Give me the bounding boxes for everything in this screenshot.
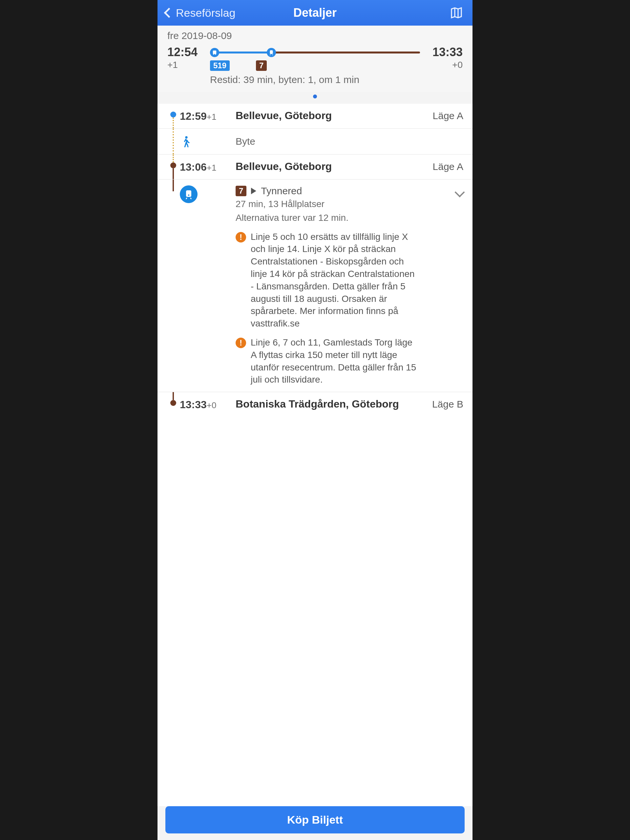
- stop-node-icon: [170, 163, 176, 168]
- service-alert[interactable]: ! Linje 5 och 10 ersätts av tillfällig l…: [235, 231, 417, 330]
- transfer-label: Byte: [235, 136, 255, 147]
- svg-point-1: [213, 54, 214, 55]
- map-icon: [448, 6, 465, 19]
- buy-ticket-button[interactable]: Köp Biljett: [165, 806, 465, 834]
- chevron-left-icon: [164, 8, 174, 18]
- stop-time: 13:06+1: [180, 161, 235, 173]
- stop-position: Läge B: [421, 398, 463, 411]
- back-label: Reseförslag: [176, 6, 235, 19]
- svg-point-5: [185, 136, 187, 139]
- tram-icon: [267, 48, 276, 57]
- arrival-delay: +0: [423, 60, 463, 70]
- bus-icon: [210, 48, 219, 57]
- stop-row[interactable]: 12:59+1 Bellevue, Göteborg Läge A: [158, 104, 472, 128]
- page-indicator: [158, 92, 472, 104]
- leg-row[interactable]: 7 Tynnered 27 min, 13 Hållplatser Altern…: [158, 179, 472, 392]
- leg-direction: Tynnered: [261, 185, 302, 197]
- stop-time: 12:59+1: [180, 110, 235, 122]
- arrival-time-block: 13:33 +0: [423, 45, 463, 70]
- transfer-row: Byte: [158, 128, 472, 154]
- stop-position: Läge A: [421, 110, 463, 122]
- stop-name: Bellevue, Göteborg: [235, 161, 417, 172]
- arrow-right-icon: [251, 188, 256, 194]
- leg-detail: 27 min, 13 Hållplatser: [235, 198, 417, 210]
- svg-point-7: [188, 194, 189, 196]
- alert-icon: !: [235, 232, 246, 243]
- departure-time: 12:54: [167, 45, 207, 59]
- stop-row[interactable]: 13:33+0 Botaniska Trädgården, Göteborg L…: [158, 392, 472, 417]
- itinerary: 12:59+1 Bellevue, Göteborg Läge A Byte: [158, 104, 472, 806]
- stop-row[interactable]: 13:06+1 Bellevue, Göteborg Läge A: [158, 154, 472, 179]
- alert-text: Linje 6, 7 och 11, Gamlestads Torg läge …: [251, 336, 417, 386]
- trip-date: fre 2019-08-09: [158, 25, 472, 43]
- chevron-down-icon[interactable]: [455, 187, 465, 197]
- tram-icon: [180, 185, 197, 203]
- svg-rect-0: [213, 51, 216, 54]
- stop-name: Botaniska Trädgården, Göteborg: [235, 398, 417, 410]
- service-alert[interactable]: ! Linje 6, 7 och 11, Gamlestads Torg läg…: [235, 336, 417, 386]
- svg-point-4: [271, 52, 272, 53]
- arrival-time: 13:33: [423, 45, 463, 59]
- svg-rect-3: [270, 50, 273, 54]
- summary-info: Restid: 39 min, byten: 1, om 1 min: [210, 74, 420, 85]
- alert-text: Linje 5 och 10 ersätts av tillfällig lin…: [251, 231, 417, 330]
- stop-node-icon: [170, 400, 176, 406]
- svg-point-2: [215, 54, 216, 55]
- leg-alternatives: Alternativa turer var 12 min.: [235, 212, 417, 224]
- nav-header: Reseförslag Detaljer: [158, 0, 472, 25]
- stop-name: Bellevue, Göteborg: [235, 110, 417, 122]
- app-screen: Reseförslag Detaljer fre 2019-08-09 12:5…: [158, 0, 472, 840]
- back-button[interactable]: Reseförslag: [165, 6, 235, 19]
- pager-dot-active: [313, 95, 317, 98]
- departure-time-block: 12:54 +1: [167, 45, 207, 70]
- stop-node-icon: [170, 112, 176, 117]
- line-badge-519: 519: [210, 60, 230, 71]
- leg-header: 7 Tynnered: [235, 185, 417, 197]
- map-button[interactable]: [448, 6, 465, 19]
- stop-position: Läge A: [421, 161, 463, 173]
- svg-rect-6: [186, 190, 191, 197]
- departure-delay: +1: [167, 60, 207, 70]
- stop-time: 13:33+0: [180, 398, 235, 411]
- summary-timeline: 519 7 Restid: 39 min, byten: 1, om 1 min: [207, 45, 423, 85]
- line-badge-7: 7: [235, 186, 246, 196]
- trip-summary[interactable]: 12:54 +1 519 7 Restid:: [158, 43, 472, 92]
- line-badge-7: 7: [256, 60, 267, 71]
- walk-icon: [180, 135, 193, 148]
- alert-icon: !: [235, 338, 246, 348]
